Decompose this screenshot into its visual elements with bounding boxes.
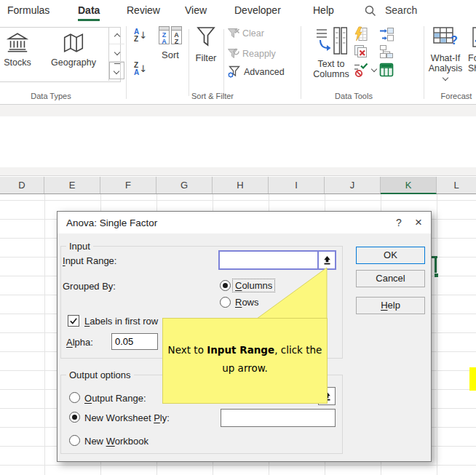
grouped-by-label: Grouped By: xyxy=(63,281,116,292)
geography-icon xyxy=(61,31,86,55)
column-header-h[interactable]: H xyxy=(213,177,269,193)
forecast-group-label: Forecast xyxy=(431,92,476,100)
tab-developer[interactable]: Developer xyxy=(234,2,281,18)
labels-first-row-label[interactable]: Labels in first row xyxy=(84,316,158,327)
forecast-sheet-label-2: Sheet xyxy=(467,63,476,73)
callout-pointer xyxy=(251,266,331,319)
input-group-label: Input xyxy=(66,241,93,252)
tab-review[interactable]: Review xyxy=(127,2,160,18)
sort-az-button[interactable]: AZ ↓ xyxy=(134,28,147,43)
clear-filter-icon xyxy=(227,28,240,39)
data-validation-dropdown-icon xyxy=(371,66,377,72)
column-header-f[interactable]: F xyxy=(100,177,156,193)
column-header-j[interactable]: J xyxy=(325,177,381,193)
up-arrow-icon xyxy=(322,255,332,265)
clear-filter-button[interactable]: Clear xyxy=(227,28,264,39)
flash-fill-icon xyxy=(353,26,369,42)
selection-border-top xyxy=(432,256,437,258)
new-worksheet-ply-field[interactable] xyxy=(221,409,336,427)
advanced-filter-label: Advanced xyxy=(244,67,285,77)
data-validation-button[interactable] xyxy=(353,62,376,78)
relationships-icon xyxy=(378,44,394,60)
ribbon: Stocks Geography Data Types AZ ↓ ZA ↓ xyxy=(0,22,476,105)
output-options-label: Output options xyxy=(66,370,134,380)
separator xyxy=(189,29,189,96)
reapply-filter-button[interactable]: Reapply xyxy=(227,48,276,60)
tab-help[interactable]: Help xyxy=(313,2,334,18)
text-to-columns-button[interactable]: Text to Columns xyxy=(309,25,354,79)
filter-icon xyxy=(195,25,217,49)
excel-window: Formulas Data Review View Developer Help… xyxy=(0,0,476,475)
callout-text-line-2: up arrow. xyxy=(163,359,327,378)
column-header-k-selected[interactable]: K xyxy=(381,177,437,194)
geography-label: Geography xyxy=(45,57,102,68)
gallery-up-button[interactable] xyxy=(109,27,124,44)
tab-data[interactable]: Data xyxy=(78,2,100,21)
labels-first-row-checkbox[interactable] xyxy=(68,315,79,327)
search-box-label[interactable]: Search xyxy=(385,2,417,18)
new-workbook-radio[interactable] xyxy=(69,435,80,446)
cancel-button[interactable]: Cancel xyxy=(356,270,425,287)
sort-button[interactable]: Z A A Z Sort xyxy=(154,25,186,60)
manage-data-model-button[interactable] xyxy=(378,62,394,81)
column-header-d[interactable]: D xyxy=(0,177,44,193)
ok-button[interactable]: OK xyxy=(356,247,425,264)
rows-radio[interactable] xyxy=(220,297,231,308)
stocks-label: Stocks xyxy=(0,57,36,68)
column-header-g[interactable]: G xyxy=(156,177,213,193)
group-divider xyxy=(301,26,301,99)
new-workbook-label[interactable]: New Workbook xyxy=(84,436,148,447)
callout: Next to Input Range, click the up arrow. xyxy=(162,318,328,404)
gridline xyxy=(44,194,45,475)
new-worksheet-ply-label[interactable]: New Worksheet Ply: xyxy=(84,412,170,423)
column-header-i[interactable]: I xyxy=(269,177,325,193)
search-icon[interactable] xyxy=(365,5,376,20)
selection-fill-handle[interactable] xyxy=(434,273,439,278)
new-worksheet-ply-radio[interactable] xyxy=(69,412,80,423)
what-if-analysis-button[interactable]: ? What-If Analysis xyxy=(425,25,466,84)
sort-icon: Z A A Z xyxy=(158,25,183,47)
sort-za-button[interactable]: ZA ↓ xyxy=(134,62,147,76)
column-header-l[interactable]: L xyxy=(437,177,476,193)
gallery-scroll xyxy=(108,27,124,81)
output-range-label[interactable]: Output Range: xyxy=(84,393,146,404)
close-icon[interactable]: × xyxy=(411,215,426,230)
stocks-icon xyxy=(5,31,30,55)
group-divider xyxy=(424,26,424,99)
highlighted-cell[interactable] xyxy=(469,367,476,391)
chevron-down-icon xyxy=(114,49,119,55)
filter-label: Filter xyxy=(191,52,221,63)
consolidate-button[interactable] xyxy=(378,26,394,45)
column-header-e[interactable]: E xyxy=(44,177,100,193)
svg-text:?: ? xyxy=(451,34,458,47)
header-spacer xyxy=(0,167,476,176)
tab-formulas[interactable]: Formulas xyxy=(7,2,49,18)
gallery-down-button[interactable] xyxy=(109,44,124,62)
advanced-filter-button[interactable]: Advanced xyxy=(227,65,285,79)
flash-fill-button[interactable] xyxy=(353,26,369,45)
chevron-up-icon xyxy=(114,33,119,39)
columns-radio[interactable] xyxy=(220,280,231,291)
forecast-sheet-button[interactable]: Forecast Sheet xyxy=(467,25,476,73)
callout-text-line-1: Next to Input Range, click the xyxy=(163,341,327,359)
reapply-filter-label: Reapply xyxy=(242,49,276,59)
output-range-radio[interactable] xyxy=(69,392,80,403)
data-tools-group-label: Data Tools xyxy=(317,92,390,100)
gallery-more-button[interactable] xyxy=(109,62,124,79)
filter-button[interactable]: Filter xyxy=(191,25,221,63)
what-if-analysis-icon: ? xyxy=(432,25,459,50)
help-button[interactable]: Help xyxy=(356,297,425,314)
checkmark-icon xyxy=(69,316,78,325)
gridline xyxy=(437,194,437,475)
stocks-button[interactable]: Stocks xyxy=(0,31,36,68)
geography-button[interactable]: Geography xyxy=(45,31,102,68)
dialog-help-icon[interactable]: ? xyxy=(392,215,406,230)
remove-duplicates-button[interactable] xyxy=(353,44,369,63)
data-validation-icon xyxy=(353,62,370,78)
data-model-icon xyxy=(378,62,394,78)
tab-view[interactable]: View xyxy=(185,2,207,18)
gallery-more-icon xyxy=(114,63,120,78)
alpha-field[interactable] xyxy=(111,333,158,350)
relationships-button[interactable] xyxy=(378,44,394,63)
svg-text:Z: Z xyxy=(175,38,179,45)
